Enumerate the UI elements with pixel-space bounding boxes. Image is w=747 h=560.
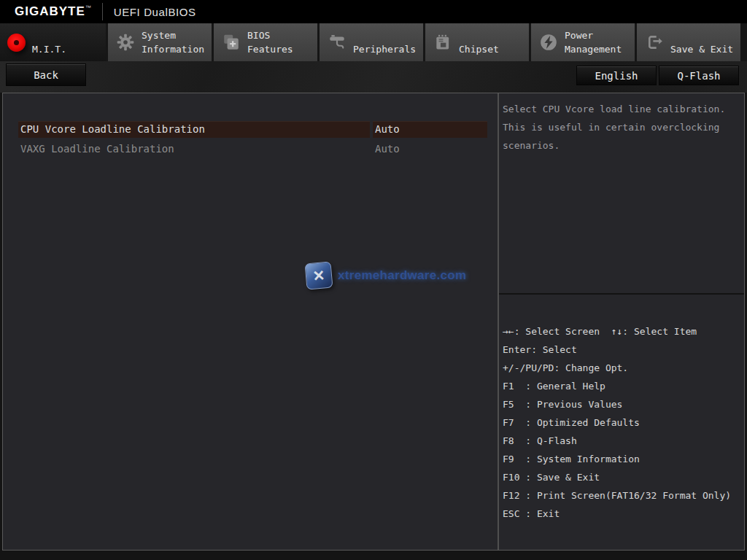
key-legend-line: F9 : System Information	[503, 450, 741, 468]
key-legend-line: +/-/PU/PD: Change Opt.	[503, 359, 741, 377]
power-lightning-icon	[539, 33, 558, 52]
product-title: UEFI DualBIOS	[114, 6, 196, 18]
help-text-line: This is useful in certain overclocking	[503, 118, 741, 136]
key-legend-line: F12 : Print Screen(FAT16/32 Format Only)	[503, 486, 741, 505]
key-legend-line: F7 : Optimized Defaults	[503, 413, 741, 432]
bios-chip-plus-icon	[222, 33, 241, 52]
peripheral-cable-icon	[328, 33, 347, 52]
setting-row-cpu-vcore-loadline[interactable]: CPU Vcore Loadline Calibration Auto	[18, 121, 487, 138]
tab-save-exit[interactable]: Save & Exit	[637, 23, 740, 61]
tab-chipset[interactable]: Chipset	[425, 23, 529, 61]
tab-mit[interactable]: M.I.T.	[0, 23, 106, 61]
setting-label: VAXG Loadline Calibration	[18, 141, 370, 158]
setting-row-vaxg-loadline[interactable]: VAXG Loadline Calibration Auto	[18, 141, 487, 158]
setting-value: Auto	[373, 141, 487, 158]
bios-screen: GIGABYTE™ UEFI DualBIOS M.I.T.	[0, 0, 747, 560]
tab-label: System Information	[142, 27, 204, 58]
key-legend-line: F8 : Q-Flash	[503, 432, 741, 450]
item-help-box: Select CPU Vcore load line calibration. …	[499, 93, 744, 295]
help-text-line: scenarios.	[503, 136, 741, 155]
key-legend-line: ESC : Exit	[503, 505, 741, 523]
chipset-icon	[433, 33, 452, 52]
tab-label: BIOS Features	[247, 27, 293, 58]
main-content: CPU Vcore Loadline Calibration Auto VAXG…	[2, 93, 745, 551]
gear-icon	[116, 33, 135, 52]
help-panel: Select CPU Vcore load line calibration. …	[498, 93, 744, 550]
key-legend-line: F10 : Save & Exit	[503, 468, 741, 486]
tab-system-information[interactable]: System Information	[108, 23, 212, 61]
key-legend-line: F1 : General Help	[503, 377, 741, 395]
help-text-line: Select CPU Vcore load line calibration.	[503, 100, 741, 118]
back-button[interactable]: Back	[6, 63, 86, 86]
key-legend-line: →←: Select Screen ↑↓: Select Item	[503, 322, 741, 341]
qflash-button[interactable]: Q-Flash	[659, 66, 739, 85]
trademark-symbol: ™	[85, 4, 92, 11]
xtremehardware-logo-icon: ✕	[304, 261, 333, 289]
tab-bios-features[interactable]: BIOS Features	[214, 23, 317, 61]
gigabyte-logo: GIGABYTE™	[15, 4, 92, 19]
tab-label: Chipset	[459, 27, 499, 58]
tab-label: Power Management	[565, 27, 622, 58]
tab-bar: M.I.T.	[0, 23, 747, 61]
key-legend-line: F5 : Previous Values	[503, 395, 741, 413]
key-legend-line: Enter: Select	[503, 341, 741, 359]
settings-panel: CPU Vcore Loadline Calibration Auto VAXG…	[3, 93, 498, 550]
key-legend-box: →←: Select Screen ↑↓: Select Item Enter:…	[499, 295, 744, 523]
watermark: ✕ xtremehardware.com	[306, 262, 466, 289]
watermark-text: xtremehardware.com	[338, 268, 466, 283]
mit-red-disc-icon	[7, 34, 26, 52]
titlebar: GIGABYTE™ UEFI DualBIOS	[0, 0, 747, 23]
tab-label: M.I.T.	[32, 27, 66, 58]
exit-door-arrow-icon	[645, 33, 664, 52]
tab-label: Save & Exit	[670, 27, 733, 58]
setting-value[interactable]: Auto	[373, 121, 487, 138]
settings-list: CPU Vcore Loadline Calibration Auto VAXG…	[18, 121, 487, 160]
tab-power-management[interactable]: Power Management	[531, 23, 635, 61]
tab-label: Peripherals	[353, 27, 416, 58]
setting-label: CPU Vcore Loadline Calibration	[18, 121, 370, 138]
titlebar-divider	[102, 3, 103, 20]
language-button[interactable]: English	[576, 66, 657, 85]
tab-peripherals[interactable]: Peripherals	[320, 23, 423, 61]
toolbar: Back English Q-Flash	[0, 61, 747, 93]
